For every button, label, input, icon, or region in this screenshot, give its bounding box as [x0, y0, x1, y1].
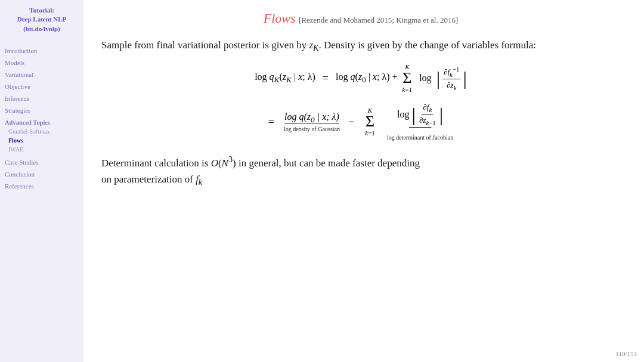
slide-title-refs: [Rezende and Mohamed 2015; Kingma et al.…: [299, 16, 458, 24]
sidebar-title: Tutorial: Deep Latent NLP (bit.do/lvnlp): [5, 6, 79, 33]
sidebar-item-conclusion[interactable]: Conclusion: [5, 171, 79, 178]
sidebar-item-gumbel[interactable]: Gumbel-Softmax: [8, 128, 79, 135]
sidebar-item-variational[interactable]: Variational: [5, 71, 79, 78]
sidebar-title-line2: Deep Latent NLP: [17, 16, 67, 23]
main-content: Flows [Rezende and Mohamed 2015; Kingma …: [83, 0, 644, 362]
sidebar-title-line3: (bit.do/lvnlp): [23, 25, 60, 32]
eq1-lhs: log qK(zK | x; λ): [255, 72, 315, 85]
sidebar-item-iwae[interactable]: IWAE: [8, 146, 79, 153]
eq2-sigma: K Σ k=1: [365, 107, 375, 137]
sidebar-item-objective[interactable]: Objective: [5, 83, 79, 90]
page-number: 110/153: [615, 350, 637, 357]
sidebar-item-flows[interactable]: Flows: [8, 137, 79, 144]
eq2-log-jacobian-block: log | ∂fk ∂zk−1 | log determinant of Jac…: [387, 103, 453, 141]
eq1-abs-right: |: [463, 69, 466, 88]
eq2-underbrace: log q(z0 | x; λ) log density of Gaussian: [284, 112, 340, 132]
eq1-log: log: [419, 73, 431, 83]
sidebar-item-models[interactable]: Models: [5, 59, 79, 66]
eq2-fraction: ∂fk ∂zk−1: [418, 103, 437, 126]
slide-title-flows: Flows: [264, 11, 296, 26]
eq2-equals: =: [268, 116, 274, 128]
eq1-sigma: K Σ k=1: [402, 63, 413, 93]
eq2-minus: −: [348, 116, 354, 128]
eq1-abs-left: |: [436, 69, 440, 88]
math-equations: log qK(zK | x; λ) = log q(z0 | x; λ) + K…: [101, 63, 620, 141]
sidebar-item-references[interactable]: References: [5, 182, 79, 190]
body-text-2: Determinant calculation is O(N3) in gene…: [101, 153, 620, 189]
eq1-equals: =: [323, 72, 329, 85]
equation-row1: log qK(zK | x; λ) = log q(z0 | x; λ) + K…: [101, 63, 620, 93]
eq1-fraction: ∂fk−1 ∂zk: [442, 66, 460, 91]
eq2-jacobian-text: log determinant of Jacobian: [387, 134, 453, 141]
eq2-jacobian-label: [409, 128, 432, 134]
sidebar-advanced-topics-label[interactable]: Advanced Topics: [5, 119, 79, 126]
sidebar-item-inference[interactable]: Inference: [5, 95, 79, 102]
sidebar-title-line1: Tutorial:: [29, 7, 54, 14]
sidebar-item-introduction[interactable]: Introduction: [5, 47, 79, 54]
eq2-log-abs: log | ∂fk ∂zk−1 |: [397, 103, 443, 126]
sidebar: Tutorial: Deep Latent NLP (bit.do/lvnlp)…: [0, 0, 83, 362]
body-text-1: Sample from final variational posterior …: [101, 37, 620, 55]
sidebar-item-strategies[interactable]: Strategies: [5, 107, 79, 114]
sidebar-item-case-studies[interactable]: Case Studies: [5, 159, 79, 166]
slide-title: Flows [Rezende and Mohamed 2015; Kingma …: [101, 11, 620, 26]
eq1-rhs1: log q(z0 | x; λ) +: [336, 72, 398, 85]
equation-row2: = log q(z0 | x; λ) log density of Gaussi…: [101, 103, 620, 141]
